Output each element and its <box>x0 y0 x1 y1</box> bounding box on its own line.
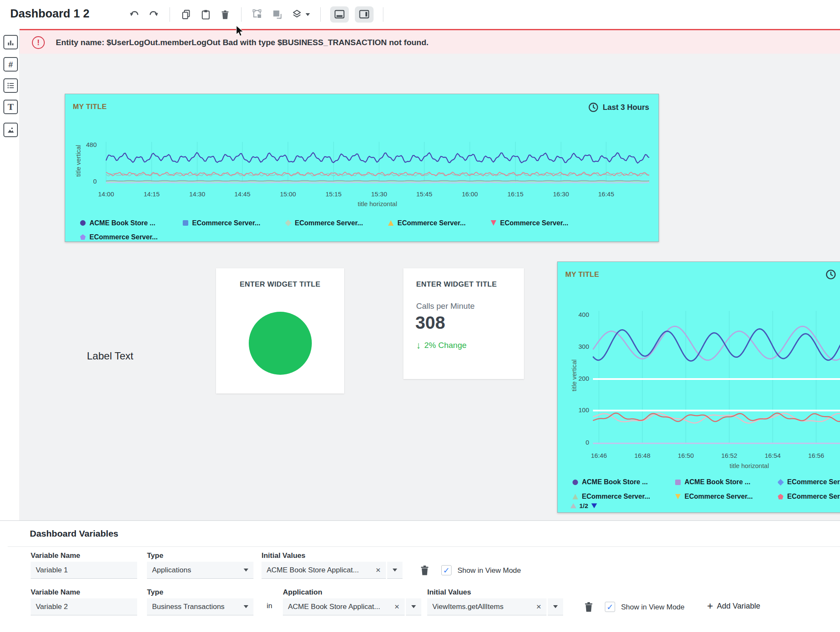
text-label-widget[interactable]: Label Text <box>87 350 133 362</box>
delete-variable-button[interactable] <box>419 564 431 578</box>
redo-icon <box>148 9 159 20</box>
metric-widget[interactable]: ENTER WIDGET TITLE Calls per Minute 308 … <box>403 268 524 379</box>
y-axis-tick-label: 0 <box>65 178 97 185</box>
legend-label: ECommerce Server... <box>500 219 568 227</box>
timeseries-widget-2[interactable]: MY TITLE title vertical 4003002001000 16… <box>557 261 840 513</box>
legend-item[interactable]: ECommerce Ser... <box>778 475 840 489</box>
variable-name-input[interactable]: Variable 1 <box>31 562 137 579</box>
sidebar-item-chart-widget[interactable] <box>3 35 18 49</box>
widget-title: MY TITLE <box>73 103 107 111</box>
undo-button[interactable] <box>128 8 141 21</box>
toggle-right-panel-button[interactable] <box>355 6 374 23</box>
application-chip[interactable]: ACME Book Store Applicat... ✕ <box>283 598 421 615</box>
x-axis-tick-label: 16:52 <box>721 452 737 459</box>
legend-item[interactable]: ECommerce Server... <box>183 216 285 230</box>
chip-value: ViewItems.getAllItems ✕ <box>427 598 547 615</box>
chevron-down-icon <box>244 569 248 572</box>
toolbar-separator <box>320 7 321 22</box>
chip-dropdown[interactable] <box>548 598 563 615</box>
show-in-view-checkbox[interactable]: ✓ <box>441 565 452 575</box>
chip-dropdown[interactable] <box>387 562 403 579</box>
text-icon: T <box>8 103 14 111</box>
bring-to-front-button[interactable] <box>251 8 265 21</box>
legend-item[interactable]: ECommerce Server... <box>491 216 593 230</box>
bring-to-front-icon <box>252 9 264 20</box>
copy-button[interactable] <box>179 8 193 21</box>
toggle-bottom-panel-button[interactable] <box>330 6 349 23</box>
dashboard-canvas[interactable]: MY TITLE Last 3 Hours title vertical 480… <box>19 54 840 520</box>
initial-values-chip[interactable]: ACME Book Store Applicat... ✕ <box>262 562 403 579</box>
legend-item[interactable]: ECommerce Ser... <box>778 489 840 504</box>
legend-label: ACME Book Store ... <box>89 219 155 227</box>
clock-icon <box>825 269 837 280</box>
type-label: Type <box>147 588 163 597</box>
chip-text: ACME Book Store Applicat... <box>267 566 371 575</box>
timeseries-widget-1[interactable]: MY TITLE Last 3 Hours title vertical 480… <box>65 94 659 242</box>
list-icon <box>6 81 15 90</box>
metric-change: ↓ 2% Change <box>416 340 466 351</box>
plus-icon: + <box>707 601 713 611</box>
chip-value: ACME Book Store Applicat... ✕ <box>283 598 405 615</box>
legend-item[interactable]: ECommerce Server... <box>572 489 675 504</box>
x-axis-tick-label: 14:30 <box>189 190 205 198</box>
legend-label: ECommerce Ser... <box>787 493 840 500</box>
show-in-view-checkbox[interactable]: ✓ <box>605 602 615 612</box>
remove-value-icon[interactable]: ✕ <box>375 566 381 574</box>
y-axis-tick-label: 300 <box>558 343 589 350</box>
legend-label: ECommerce Server... <box>295 219 363 227</box>
redo-button[interactable] <box>147 8 160 21</box>
trash-icon <box>219 9 231 20</box>
legend-label: ECommerce Server... <box>89 233 158 241</box>
metric-value: 308 <box>415 313 445 333</box>
time-range-selector[interactable]: Last 3 Hours <box>588 102 649 113</box>
trash-icon <box>583 600 595 613</box>
layers-button[interactable] <box>290 8 311 21</box>
add-variable-button[interactable]: + Add Variable <box>707 601 760 611</box>
add-variable-label: Add Variable <box>717 602 760 611</box>
y-axis-tick-label: 200 <box>558 375 589 382</box>
type-select[interactable]: Applications <box>147 562 253 579</box>
check-icon: ✓ <box>443 566 450 575</box>
remove-value-icon[interactable]: ✕ <box>394 603 400 611</box>
legend-item[interactable]: ECommerce Server... <box>285 216 388 230</box>
x-axis-tick-label: 16:46 <box>591 452 607 459</box>
type-label: Type <box>147 552 163 560</box>
chevron-down-icon <box>553 605 558 608</box>
circle-marker-icon <box>572 480 578 485</box>
health-widget[interactable]: ENTER WIDGET TITLE <box>216 268 344 394</box>
initial-values-chip[interactable]: ViewItems.getAllItems ✕ <box>427 598 563 615</box>
type-select[interactable]: Business Transactions <box>147 598 253 615</box>
metric-change-label: 2% Change <box>424 341 466 350</box>
sidebar-item-image-widget[interactable] <box>3 123 18 137</box>
image-icon <box>6 125 15 135</box>
line-chart <box>99 136 653 186</box>
legend-item[interactable]: ECommerce Server... <box>388 216 491 230</box>
x-axis-tick-label: 14:45 <box>234 190 250 198</box>
legend-item[interactable]: ACME Book Store ... <box>80 216 183 230</box>
sidebar-item-number-widget[interactable]: # <box>3 57 18 72</box>
widget-title: ENTER WIDGET TITLE <box>416 280 497 289</box>
widget-palette-sidebar: # T <box>0 29 20 520</box>
delete-button[interactable] <box>219 8 232 21</box>
send-to-back-button[interactable] <box>270 8 284 21</box>
delete-variable-button[interactable] <box>583 600 595 615</box>
time-range-label: Last 3 Hours <box>603 103 649 112</box>
panel-bottom-icon <box>334 9 345 20</box>
paste-button[interactable] <box>199 8 213 21</box>
variable-name-input[interactable]: Variable 2 <box>31 598 137 615</box>
page-up-icon[interactable] <box>570 503 576 508</box>
legend-item[interactable]: ECommerce Server... <box>80 230 183 242</box>
y-axis-tick-label: 0 <box>558 439 589 446</box>
remove-value-icon[interactable]: ✕ <box>536 603 541 611</box>
sidebar-item-list-widget[interactable] <box>3 78 18 93</box>
x-axis-title: title horizontal <box>730 462 769 469</box>
legend-item[interactable]: ACME Book Store ... <box>572 475 675 489</box>
sidebar-item-text-widget[interactable]: T <box>3 100 18 114</box>
time-range-selector[interactable] <box>825 269 837 280</box>
legend-item[interactable]: ECommerce Server... <box>675 489 778 504</box>
legend-label: ECommerce Server... <box>582 493 650 500</box>
metric-label: Calls per Minute <box>416 302 475 311</box>
legend-item[interactable]: ACME Book Store ... <box>675 475 778 489</box>
chip-dropdown[interactable] <box>406 598 421 615</box>
page-down-icon[interactable] <box>591 503 597 508</box>
